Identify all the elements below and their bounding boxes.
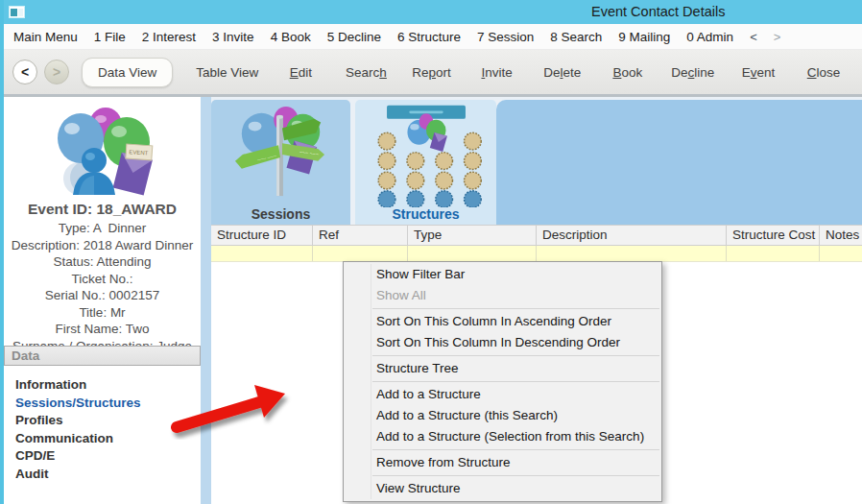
event-button[interactable]: Event [726, 65, 791, 80]
sidebar-divider-strip [201, 97, 211, 504]
column-header-ref[interactable]: Ref [313, 226, 408, 245]
event-status-text: Status: Attending [4, 253, 201, 271]
event-type-text: Type: A Dinner [4, 220, 201, 237]
sessions-signpost-icon: ~~~ ~~~ ~~~ ~~~ [211, 104, 350, 204]
balloons-person-envelope-icon: EVENT [40, 102, 165, 198]
column-header-structure-id[interactable]: Structure ID [211, 226, 313, 245]
label-part: ook [621, 65, 642, 80]
filter-cell-ref[interactable] [313, 246, 408, 261]
column-header-type[interactable]: Type [408, 226, 537, 245]
filter-cell-type[interactable] [408, 246, 537, 261]
label-part: De [671, 65, 687, 80]
menu-separator [372, 308, 659, 309]
menu-back-arrow[interactable]: < [750, 30, 757, 44]
first-name-text: First Name: Two [4, 321, 201, 338]
menu-structure[interactable]: 6 Structure [397, 30, 461, 44]
menu-main-menu[interactable]: Main Menu [13, 30, 78, 44]
menu-interest[interactable]: 2 Interest [142, 30, 196, 44]
event-id-text: Event ID: 18_AWARD [4, 201, 201, 218]
menu-separator [372, 381, 659, 382]
column-header-structure-cost[interactable]: Structure Cost [727, 226, 820, 245]
menu-file[interactable]: 1 File [94, 30, 126, 44]
context-menu: Show Filter Bar Show All Sort On This Co… [343, 261, 662, 502]
table-header: Structure ID Ref Type Description Struct… [211, 225, 862, 246]
book-button[interactable]: Book [595, 65, 660, 80]
label-part: Re [412, 65, 428, 80]
tab-sessions-label: Sessions [211, 206, 350, 222]
label-part: p [429, 65, 437, 80]
serial-no-text: Serial No.: 0002157 [4, 287, 201, 304]
invite-button[interactable]: Invite [465, 65, 530, 80]
structures-grid-icon [355, 104, 496, 211]
back-button[interactable]: < [12, 60, 37, 84]
menu-separator [372, 475, 659, 476]
label-part: C [807, 65, 817, 80]
menu-book[interactable]: 4 Book [271, 30, 311, 44]
column-header-notes[interactable]: Notes [820, 226, 862, 245]
event-info: Type: A Dinner Description: 2018 Award D… [4, 220, 201, 346]
menu-item-add-to-structure[interactable]: Add to a Structure [344, 384, 661, 405]
delete-button[interactable]: Delete [530, 65, 595, 80]
close-button[interactable]: Close [791, 65, 856, 80]
filter-cell-description[interactable] [537, 246, 727, 261]
sidebar-nav: Information Sessions/Structures Profiles… [4, 376, 201, 483]
tab-sessions[interactable]: ~~~ ~~~ ~~~ ~~~ Sessions [211, 100, 350, 225]
menu-admin[interactable]: 0 Admin [686, 30, 733, 44]
filter-cell-structure-id[interactable] [211, 246, 313, 261]
label-part: line [694, 65, 714, 80]
sidebar-item-cpde[interactable]: CPD/E [15, 447, 201, 466]
window-icon-pane [18, 9, 23, 16]
tab-structures-label: Structures [355, 206, 496, 222]
sidebar-item-communication[interactable]: Communication [15, 430, 201, 448]
menu-separator [372, 449, 659, 450]
label-part: Searc [346, 65, 379, 80]
search-button[interactable]: Search [333, 65, 398, 80]
filter-bar [211, 246, 862, 262]
menu-item-add-to-structure-this-search[interactable]: Add to a Structure (this Search) [344, 405, 661, 426]
menu-item-view-structure[interactable]: View Structure [344, 478, 661, 499]
tab-structures[interactable]: Structures [355, 100, 496, 225]
menu-separator [372, 355, 659, 356]
menu-session[interactable]: 7 Session [477, 30, 534, 44]
menu-item-remove-from-structure[interactable]: Remove from Structure [344, 452, 661, 473]
report-button[interactable]: Report [399, 65, 465, 80]
window-title: Event Contact Details [591, 4, 725, 19]
label-part: ort [436, 65, 451, 80]
window-icon[interactable] [9, 6, 25, 18]
surname-text: Surname / Organisation: Judge [4, 338, 201, 347]
menu-item-sort-ascending[interactable]: Sort On This Column In Ascending Order [344, 311, 661, 332]
sidebar-item-information[interactable]: Information [15, 376, 201, 395]
label-part: dit [299, 65, 312, 80]
sidebar-item-audit[interactable]: Audit [15, 466, 201, 484]
event-description-text: Description: 2018 Award Dinner [4, 237, 201, 254]
menu-item-show-filter-bar[interactable]: Show Filter Bar [344, 264, 661, 285]
menu-forward-arrow[interactable]: > [774, 30, 781, 44]
menu-mailing[interactable]: 9 Mailing [618, 30, 670, 44]
edit-button[interactable]: Edit [268, 65, 333, 80]
table-view-button[interactable]: Table View [186, 59, 268, 86]
tab-strip: ~~~ ~~~ ~~~ ~~~ Sessions [211, 97, 862, 225]
menu-search[interactable]: 8 Search [550, 30, 602, 44]
menu-decline[interactable]: 5 Decline [327, 30, 381, 44]
label-part: h [379, 65, 387, 80]
label-part: lose [817, 65, 841, 80]
sidebar-item-profiles[interactable]: Profiles [15, 412, 201, 430]
sidebar-item-sessions-structures[interactable]: Sessions/Structures [15, 395, 201, 413]
label-part: nvite [485, 65, 513, 80]
data-group-header: Data [4, 346, 201, 366]
title-bar: Event Contact Details [4, 0, 862, 24]
filter-cell-structure-cost[interactable] [727, 246, 820, 261]
ticket-no-text: Ticket No.: [4, 271, 201, 288]
label-part: ete [563, 65, 581, 80]
column-header-description[interactable]: Description [537, 226, 727, 245]
menu-item-sort-descending[interactable]: Sort On This Column In Descending Order [344, 332, 661, 353]
label-part: ent [756, 65, 775, 80]
decline-button[interactable]: Decline [660, 65, 726, 80]
menu-item-structure-tree[interactable]: Structure Tree [344, 358, 661, 379]
data-view-button[interactable]: Data View [82, 58, 173, 87]
toolbar: < > Data View Table View Edit Search Rep… [4, 50, 862, 97]
filter-cell-notes[interactable] [820, 246, 862, 261]
menu-item-add-to-structure-selection[interactable]: Add to a Structure (Selection from this … [344, 426, 661, 447]
menu-invite[interactable]: 3 Invite [212, 30, 254, 44]
label-part: E [742, 65, 751, 80]
